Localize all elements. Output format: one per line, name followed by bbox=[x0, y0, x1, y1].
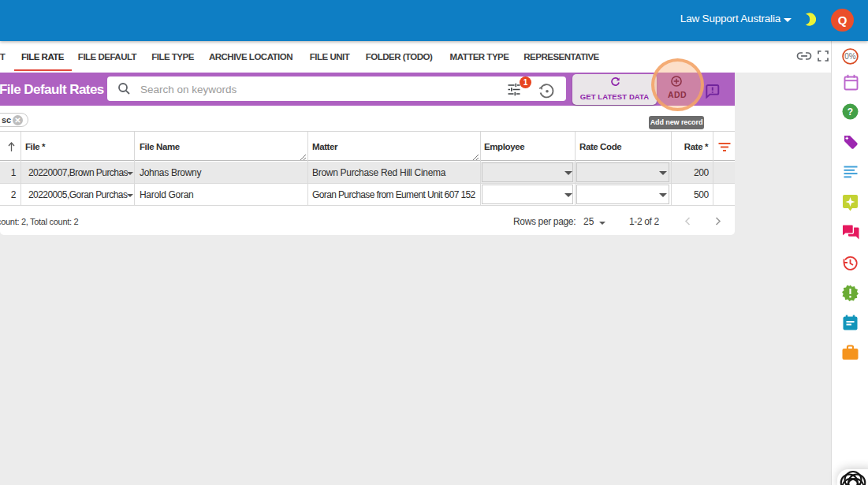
svg-text:?: ? bbox=[848, 106, 853, 118]
svg-text:0%: 0% bbox=[844, 52, 856, 61]
